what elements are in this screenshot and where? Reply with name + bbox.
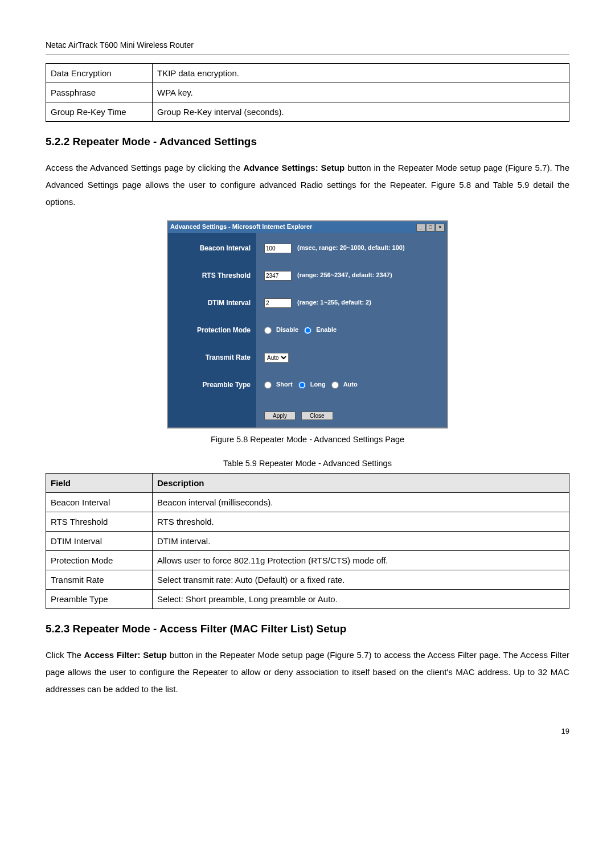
close-button[interactable]: Close <box>301 412 333 420</box>
table-row: Data Encryption TKIP data encryption. <box>46 63 569 83</box>
beacon-hint: (msec, range: 20~1000, default: 100) <box>297 244 405 252</box>
header-desc: Description <box>153 473 569 492</box>
header-field: Field <box>46 473 153 492</box>
radio-label: Enable <box>316 326 337 334</box>
cell-field: Protection Mode <box>46 550 153 570</box>
protection-disable-radio[interactable] <box>264 327 272 334</box>
radio-label: Auto <box>343 380 358 389</box>
table-row: Passphrase WPA key. <box>46 83 569 102</box>
controls-column: (msec, range: 20~1000, default: 100) (ra… <box>256 233 447 427</box>
table-row: Preamble Type Select: Short preamble, Lo… <box>46 589 569 608</box>
cell-field: DTIM Interval <box>46 531 153 550</box>
label-spacer <box>168 407 256 417</box>
preamble-auto-radio[interactable] <box>331 381 339 389</box>
dtim-interval-input[interactable] <box>264 298 292 308</box>
table-header-row: Field Description <box>46 473 569 492</box>
para-bold: Access Filter: Setup <box>84 650 167 660</box>
cell-field: Passphrase <box>46 83 153 102</box>
dtim-hint: (range: 1~255, default: 2) <box>297 298 371 307</box>
label-beacon-interval: Beacon Interval <box>168 243 256 253</box>
cell-field: Beacon Interval <box>46 492 153 512</box>
label-dtim-interval: DTIM Interval <box>168 298 256 308</box>
table-row: Protection Mode Allows user to force 802… <box>46 550 569 570</box>
window-body: Beacon Interval RTS Threshold DTIM Inter… <box>168 233 447 427</box>
labels-column: Beacon Interval RTS Threshold DTIM Inter… <box>168 233 256 427</box>
header-rule <box>46 55 569 55</box>
cell-field: Data Encryption <box>46 63 153 83</box>
row-buttons: Apply Close <box>264 407 441 421</box>
cell-field: RTS Threshold <box>46 512 153 531</box>
apply-button[interactable]: Apply <box>264 412 296 420</box>
page-number: 19 <box>46 726 569 737</box>
cell-desc: Select: Short preamble, Long preamble or… <box>153 589 569 608</box>
table-row: Group Re-Key Time Group Re-Key interval … <box>46 102 569 121</box>
para-text: Click The <box>46 650 84 660</box>
cell-desc: WPA key. <box>153 83 569 102</box>
preamble-long-radio[interactable] <box>298 381 306 389</box>
radio-label: Disable <box>276 326 298 334</box>
heading-523: 5.2.3 Repeater Mode - Access Filter (MAC… <box>46 622 569 637</box>
protection-enable-radio[interactable] <box>304 327 311 334</box>
close-icon[interactable]: × <box>436 224 445 232</box>
radio-label: Short <box>276 380 293 389</box>
window-controls: _□× <box>416 223 445 232</box>
window-titlebar: Advanced Settings - Microsoft Internet E… <box>168 221 447 233</box>
rts-threshold-input[interactable] <box>264 271 292 281</box>
radio-label: Long <box>310 380 326 389</box>
label-rts-threshold: RTS Threshold <box>168 270 256 281</box>
para-523: Click The Access Filter: Setup button in… <box>46 647 569 698</box>
heading-522: 5.2.2 Repeater Mode - Advanced Settings <box>46 134 569 150</box>
cell-field: Group Re-Key Time <box>46 102 153 121</box>
row-dtim: (range: 1~255, default: 2) <box>264 298 441 308</box>
minimize-icon[interactable]: _ <box>416 224 425 232</box>
cell-desc: Allows user to force 802.11g Protection … <box>153 550 569 570</box>
window-advanced-settings: Advanced Settings - Microsoft Internet E… <box>167 221 448 428</box>
page-header: Netac AirTrack T600 Mini Wireless Router <box>46 40 569 51</box>
rts-hint: (range: 256~2347, default: 2347) <box>297 271 392 279</box>
cell-field: Transmit Rate <box>46 570 153 589</box>
cell-desc: Beacon interval (milliseconds). <box>153 492 569 512</box>
preamble-short-radio[interactable] <box>264 381 272 389</box>
table-caption: Table 5.9 Repeater Mode - Advanced Setti… <box>46 458 569 469</box>
table-row: Beacon Interval Beacon interval (millise… <box>46 492 569 512</box>
cell-desc: TKIP data encryption. <box>153 63 569 83</box>
figure-caption: Figure 5.8 Repeater Mode - Advanced Sett… <box>46 434 569 445</box>
cell-field: Preamble Type <box>46 589 153 608</box>
cell-desc: Select transmit rate: Auto (Default) or … <box>153 570 569 589</box>
label-preamble-type: Preamble Type <box>168 380 256 390</box>
row-rts: (range: 256~2347, default: 2347) <box>264 270 441 281</box>
cell-desc: DTIM interval. <box>153 531 569 550</box>
cell-desc: RTS threshold. <box>153 512 569 531</box>
table-row: RTS Threshold RTS threshold. <box>46 512 569 531</box>
row-transmit: Auto <box>264 352 441 363</box>
row-beacon: (msec, range: 20~1000, default: 100) <box>264 243 441 253</box>
window-title-text: Advanced Settings - Microsoft Internet E… <box>170 223 312 231</box>
cell-desc: Group Re-Key interval (seconds). <box>153 102 569 121</box>
maximize-icon[interactable]: □ <box>426 224 435 232</box>
table-row: DTIM Interval DTIM interval. <box>46 531 569 550</box>
table-row: Transmit Rate Select transmit rate: Auto… <box>46 570 569 589</box>
para-bold: Advance Settings: Setup <box>243 163 345 172</box>
beacon-interval-input[interactable] <box>264 244 292 253</box>
transmit-rate-select[interactable]: Auto <box>264 353 289 363</box>
para-text: Access the Advanced Settings page by cli… <box>46 163 243 172</box>
row-preamble: Short Long Auto <box>264 380 441 390</box>
label-protection-mode: Protection Mode <box>168 325 256 335</box>
para-522: Access the Advanced Settings page by cli… <box>46 159 569 211</box>
table-continuation: Data Encryption TKIP data encryption. Pa… <box>46 63 569 122</box>
row-protection: Disable Enable <box>264 325 441 335</box>
table-59: Field Description Beacon Interval Beacon… <box>46 473 569 609</box>
label-transmit-rate: Transmit Rate <box>168 352 256 363</box>
figure-58: Advanced Settings - Microsoft Internet E… <box>46 221 569 428</box>
